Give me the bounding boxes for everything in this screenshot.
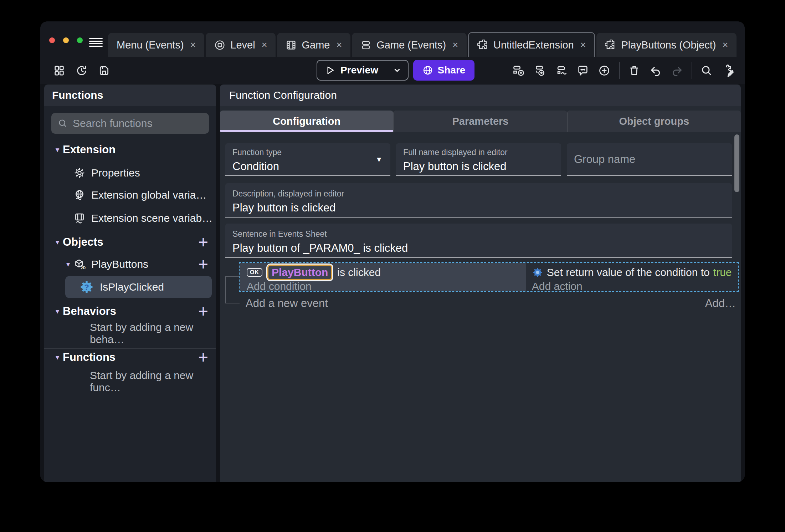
close-icon[interactable]: ×	[190, 40, 196, 51]
close-window-button[interactable]	[49, 37, 55, 43]
search-icon[interactable]	[700, 64, 713, 77]
add-event-icon[interactable]	[512, 64, 525, 77]
globe-icon	[422, 65, 433, 76]
tab-label: UntitledExtension	[493, 39, 574, 51]
tab-untitled-extension[interactable]: UntitledExtension ×	[468, 32, 595, 57]
tab-game-events[interactable]: Game (Events) ×	[352, 33, 467, 57]
sentence-field[interactable]: Sentence in Events Sheet Play button of …	[225, 224, 732, 258]
tab-label: Game (Events)	[376, 39, 446, 51]
chevron-down-icon[interactable]: ▾	[52, 353, 63, 362]
undo-icon[interactable]	[649, 64, 662, 77]
search-functions-input[interactable]	[73, 117, 202, 129]
section-functions[interactable]: ▾ Functions +	[44, 349, 216, 365]
condition-object-chip[interactable]: PlayButton	[267, 265, 332, 280]
editor-tabs: Menu (Events) × Level × Game ×	[108, 32, 737, 57]
function-type-select[interactable]: Function type Condition ▼	[225, 143, 390, 176]
tab-playbuttons-object[interactable]: PlayButtons (Object) ×	[596, 33, 737, 57]
svg-text:?: ?	[84, 282, 89, 292]
tab-parameters[interactable]: Parameters	[393, 111, 567, 132]
functions-empty-text: Start by adding a new func…	[44, 374, 216, 389]
search-functions-box[interactable]	[51, 113, 209, 134]
add-circle-icon[interactable]	[597, 64, 611, 77]
main-menu-icon[interactable]	[89, 38, 103, 47]
action-gear-icon	[532, 267, 543, 278]
section-behaviors[interactable]: ▾ Behaviors +	[44, 303, 216, 319]
delete-icon[interactable]	[627, 64, 641, 77]
gear-icon	[73, 167, 86, 179]
sidebar-item-extension-scene-variables[interactable]: Extension scene variab…	[44, 210, 216, 226]
titlebar: Menu (Events) × Level × Game ×	[40, 21, 745, 57]
group-name-field[interactable]: Group name	[567, 143, 732, 176]
tab-game[interactable]: Game ×	[277, 33, 350, 57]
content-area: Functions ▾ Extension Properties	[40, 84, 745, 482]
minimize-window-button[interactable]	[63, 37, 69, 43]
scrollbar-thumb[interactable]	[734, 134, 739, 192]
sidebar-item-isplayclicked[interactable]: ? IsPlayClicked	[65, 276, 212, 298]
search-icon	[58, 118, 68, 128]
chevron-down-icon	[392, 66, 402, 75]
add-object-function-button[interactable]: +	[198, 256, 208, 273]
scene-icon	[214, 40, 225, 51]
event-conditions-cell[interactable]: OK PlayButton is clicked Add condition	[240, 263, 526, 291]
add-action-button[interactable]: Add action	[532, 280, 738, 292]
chevron-down-icon[interactable]: ▾	[52, 145, 63, 154]
functions-sidebar: Functions ▾ Extension Properties	[44, 85, 216, 482]
section-extension[interactable]: ▾ Extension	[44, 142, 216, 158]
section-objects[interactable]: ▾ Objects +	[44, 234, 216, 250]
scene-variable-icon	[73, 212, 86, 224]
project-manager-icon[interactable]	[52, 64, 66, 77]
redo-icon[interactable]	[670, 64, 684, 77]
object-2d-icon: 2D	[73, 258, 86, 270]
edit-extension-icon[interactable]	[721, 64, 735, 77]
tab-object-groups[interactable]: Object groups	[567, 111, 741, 132]
tab-label: Level	[230, 39, 255, 51]
chevron-down-icon[interactable]: ▾	[52, 238, 63, 246]
preview-split-button: Preview	[317, 60, 409, 81]
add-more-button[interactable]: Add…	[705, 297, 736, 310]
configuration-tabs: Configuration Parameters Object groups	[220, 111, 741, 132]
comment-icon[interactable]	[576, 64, 590, 77]
close-icon[interactable]: ×	[336, 40, 342, 51]
add-behavior-button[interactable]: +	[198, 303, 208, 320]
add-object-button[interactable]: +	[198, 234, 208, 251]
close-icon[interactable]: ×	[722, 40, 728, 51]
description-field[interactable]: Description, displayed in editor Play bu…	[225, 183, 732, 218]
chevron-down-icon[interactable]: ▾	[63, 260, 73, 268]
add-other-event-icon[interactable]	[555, 64, 568, 77]
save-icon[interactable]	[97, 64, 111, 77]
sidebar-item-properties[interactable]: Properties	[44, 165, 216, 181]
divider	[44, 348, 216, 349]
tab-label: Menu (Events)	[117, 39, 184, 51]
preview-options-button[interactable]	[386, 61, 408, 80]
add-new-event-button[interactable]: Add a new event	[246, 297, 328, 310]
history-icon[interactable]	[75, 64, 88, 77]
puzzle-icon	[605, 40, 616, 51]
share-button[interactable]: Share	[413, 60, 474, 81]
chevron-down-icon[interactable]: ▾	[52, 307, 63, 316]
tab-label: Game	[302, 39, 330, 51]
event-bracket	[225, 276, 240, 303]
app-window: Menu (Events) × Level × Game ×	[40, 21, 745, 482]
sidebar-item-extension-global-variables[interactable]: Extension global varia…	[44, 187, 216, 203]
close-icon[interactable]: ×	[580, 40, 586, 51]
close-icon[interactable]: ×	[262, 40, 267, 51]
condition-function-icon: ?	[79, 280, 94, 295]
condition-text: is clicked	[337, 266, 381, 278]
full-name-field[interactable]: Full name displayed in editor Play butto…	[396, 143, 561, 176]
button-ok-icon: OK	[247, 268, 262, 277]
add-condition-button[interactable]: Add condition	[247, 280, 526, 292]
zoom-window-button[interactable]	[77, 37, 83, 43]
close-icon[interactable]: ×	[452, 40, 458, 51]
sidebar-item-playbuttons[interactable]: ▾ 2D PlayButtons +	[44, 256, 216, 272]
tab-configuration[interactable]: Configuration	[220, 111, 393, 132]
add-function-button[interactable]: +	[198, 349, 208, 366]
event-row[interactable]: OK PlayButton is clicked Add condition S…	[240, 263, 738, 291]
preview-button[interactable]: Preview	[317, 61, 386, 80]
action-value: true	[713, 266, 732, 278]
tab-level[interactable]: Level ×	[206, 33, 276, 57]
tab-menu-events[interactable]: Menu (Events) ×	[108, 33, 204, 57]
puzzle-icon	[477, 40, 488, 51]
add-subevent-icon[interactable]	[533, 64, 547, 77]
svg-text:2D: 2D	[81, 266, 86, 270]
event-actions-cell[interactable]: Set return value of the condition to tru…	[526, 263, 738, 291]
